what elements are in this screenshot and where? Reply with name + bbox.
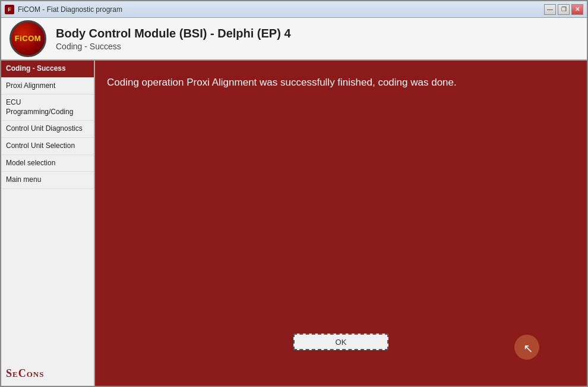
sidebar-item-5[interactable]: Model selection bbox=[1, 155, 94, 172]
sidebar-brand: SeCons bbox=[1, 361, 94, 386]
sidebar-item-3[interactable]: Control Unit Diagnostics bbox=[1, 121, 94, 138]
sidebar: Coding - SuccessProxi AlignmentECU Progr… bbox=[1, 61, 95, 386]
ok-button[interactable]: OK bbox=[293, 333, 388, 350]
title-bar-buttons: — ❐ ✕ bbox=[544, 4, 583, 15]
header-main-title: Body Control Module (BSI) - Delphi (EP) … bbox=[56, 27, 291, 40]
app-icon-text: F bbox=[8, 7, 11, 12]
restore-button[interactable]: ❐ bbox=[558, 4, 570, 15]
sidebar-item-0[interactable]: Coding - Success bbox=[1, 61, 94, 78]
header: FiCOM Body Control Module (BSI) - Delphi… bbox=[1, 18, 587, 61]
title-bar: F FiCOM - Fiat Diagnostic program — ❐ ✕ bbox=[1, 1, 587, 18]
sidebar-item-4[interactable]: Control Unit Selection bbox=[1, 138, 94, 155]
success-message: Coding operation Proxi Alignment was suc… bbox=[107, 75, 457, 90]
main-window: F FiCOM - Fiat Diagnostic program — ❐ ✕ … bbox=[0, 0, 588, 387]
logo-text: FiCOM bbox=[15, 34, 41, 43]
sidebar-item-1[interactable]: Proxi Alignment bbox=[1, 78, 94, 95]
header-titles: Body Control Module (BSI) - Delphi (EP) … bbox=[56, 27, 291, 51]
close-button[interactable]: ✕ bbox=[571, 4, 583, 15]
cursor-arrow-icon: ↖ bbox=[523, 341, 533, 355]
minimize-button[interactable]: — bbox=[544, 4, 556, 15]
content-area: Coding operation Proxi Alignment was suc… bbox=[95, 61, 587, 386]
app-logo: FiCOM bbox=[10, 20, 46, 57]
sidebar-item-2[interactable]: ECU Programming/Coding bbox=[1, 95, 94, 121]
header-sub-title: Coding - Success bbox=[56, 42, 291, 51]
sidebar-nav: Coding - SuccessProxi AlignmentECU Progr… bbox=[1, 61, 94, 189]
cursor-indicator: ↖ bbox=[514, 335, 539, 360]
app-icon: F bbox=[5, 5, 14, 14]
title-bar-left: F FiCOM - Fiat Diagnostic program bbox=[5, 5, 122, 14]
ok-button-area: OK bbox=[293, 333, 388, 350]
main-area: Coding - SuccessProxi AlignmentECU Progr… bbox=[1, 61, 587, 386]
sidebar-item-6[interactable]: Main menu bbox=[1, 172, 94, 189]
title-bar-text: FiCOM - Fiat Diagnostic program bbox=[18, 5, 122, 14]
